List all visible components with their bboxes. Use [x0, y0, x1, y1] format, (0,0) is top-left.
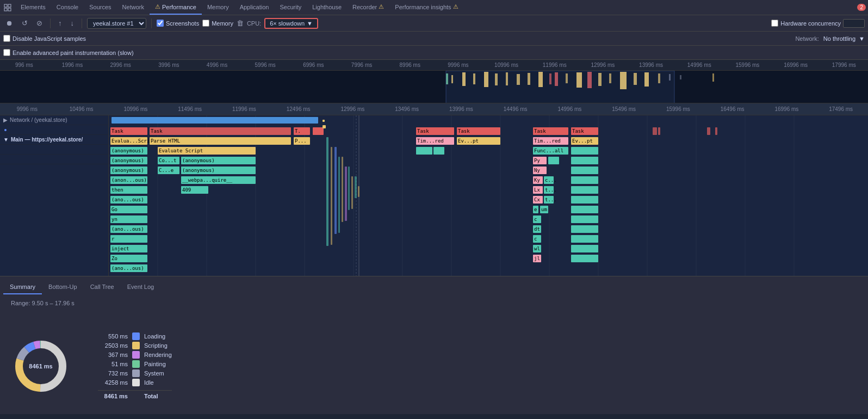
tab-memory[interactable]: Memory [202, 0, 234, 15]
profile-select[interactable]: yeekal.store #1 [87, 18, 146, 29]
flame-chart-area[interactable]: ▶ Network / (yeekal.store) ▼ Main — http… [0, 115, 868, 276]
tab-event-log[interactable]: Event Log [121, 280, 161, 294]
legend-label-loading: Loading [144, 333, 165, 340]
summary-chart-area: 8461 ms 550 ms Loading 2503 ms Scripting… [11, 332, 857, 399]
disable-js-label[interactable]: Disable JavaScript samples [3, 35, 86, 42]
svg-text:dt: dt [534, 226, 540, 232]
svg-text:Py: Py [534, 158, 540, 163]
legend-row-total: 8461 ms Total [98, 390, 172, 399]
toolbar: ⏺ ↺ ⊘ ↑ ↓ yeekal.store #1 Screenshots Me… [0, 15, 868, 32]
screenshots-checkbox[interactable] [157, 20, 164, 27]
ruler2-label-10: 14996 ms [543, 106, 597, 112]
memory-checkbox-label[interactable]: Memory [202, 20, 233, 27]
enable-paint-label[interactable]: Enable advanced paint instrumentation (s… [3, 49, 134, 56]
svg-rect-0 [4, 4, 7, 7]
svg-rect-170 [342, 157, 343, 222]
timeline-ruler2[interactable]: 9996 ms 10496 ms 10996 ms 11496 ms 11996… [0, 103, 868, 115]
tab-call-tree[interactable]: Call Tree [84, 280, 121, 294]
svg-text:then: then [111, 187, 123, 193]
svg-text:(anonymous): (anonymous) [182, 168, 215, 173]
svg-text:Task: Task [572, 128, 584, 134]
ruler2-label-12: 15996 ms [651, 106, 705, 112]
delete-button[interactable]: 🗑 [237, 19, 244, 27]
ruler-label-10: 10996 ms [482, 62, 531, 68]
recorder-warning-icon: ⚠ [379, 3, 384, 10]
ruler-label-17: 17996 ms [820, 62, 868, 68]
svg-text:inject: inject [111, 246, 129, 251]
tab-summary[interactable]: Summary [3, 280, 42, 294]
svg-rect-48 [150, 127, 291, 135]
svg-text:Func...all: Func...all [534, 148, 563, 153]
cpu-dropdown[interactable]: 6× slowdown ▼ [264, 18, 318, 29]
hw-input[interactable]: 12 [843, 19, 865, 28]
upload-button[interactable]: ↑ [55, 17, 65, 29]
svg-rect-115 [571, 176, 598, 184]
svg-rect-153 [571, 235, 598, 243]
track-labels-panel: ▶ Network / (yeekal.store) ▼ Main — http… [0, 115, 109, 276]
svg-text:Ev...pt: Ev...pt [458, 138, 479, 144]
reload-button[interactable]: ↺ [19, 17, 30, 29]
svg-text:(anonymous): (anonymous) [111, 148, 144, 153]
hw-checkbox[interactable] [771, 20, 778, 27]
main-track-text: Main — https://yeekal.store/ [11, 137, 83, 143]
ruler2-label-7: 13496 ms [380, 106, 434, 112]
svg-text:Ny: Ny [534, 168, 540, 173]
tab-bottom-up[interactable]: Bottom-Up [42, 280, 84, 294]
svg-rect-175 [358, 186, 359, 197]
svg-text:Ev...pt: Ev...pt [572, 138, 593, 144]
tab-console[interactable]: Console [51, 0, 84, 15]
record-button[interactable]: ⏺ [3, 17, 16, 29]
hw-checkbox-label[interactable]: Hardware concurrency [771, 20, 841, 27]
svg-text:__webpa...quire__: __webpa...quire__ [182, 177, 233, 183]
ruler-label-1: 1996 ms [48, 62, 97, 68]
screenshots-checkbox-label[interactable]: Screenshots [157, 20, 199, 27]
svg-text:t...: t... [545, 197, 557, 202]
screenshot-strip[interactable] [0, 71, 868, 103]
svg-text:P...: P... [295, 138, 307, 144]
svg-text:Task: Task [458, 128, 470, 134]
clear-button[interactable]: ⊘ [34, 17, 45, 29]
ruler-label-0: 996 ms [0, 62, 48, 68]
legend-row-painting: 51 ms Painting [98, 360, 172, 368]
memory-checkbox[interactable] [202, 20, 209, 27]
summary-content: Range: 9.50 s – 17.96 s [11, 300, 857, 409]
network-track-arrow: ▶ [3, 117, 8, 123]
legend-label-system: System [144, 370, 164, 377]
svg-text:Task: Task [111, 128, 123, 134]
tab-performance[interactable]: ⚠ Performance [150, 0, 202, 15]
timeline-ruler[interactable]: 996 ms 1996 ms 2996 ms 3996 ms 4996 ms 5… [0, 60, 868, 71]
flame-content[interactable]: Task Task T. Task Task Task Task [109, 115, 868, 276]
ruler-label-16: 16996 ms [772, 62, 820, 68]
ruler-label-11: 11996 ms [530, 62, 579, 68]
svg-rect-163 [571, 255, 598, 262]
ruler2-label-3: 11496 ms [163, 106, 217, 112]
bottom-tabs: Summary Bottom-Up Call Tree Event Log [0, 276, 868, 294]
ruler-label-2: 2996 ms [96, 62, 145, 68]
tab-elements[interactable]: Elements [15, 0, 51, 15]
task-label-row-1 [0, 145, 108, 155]
download-button[interactable]: ↓ [68, 17, 77, 29]
tab-network[interactable]: Network [117, 0, 150, 15]
svg-rect-97 [571, 157, 598, 164]
ruler-label-13: 13996 ms [627, 62, 675, 68]
tab-lighthouse[interactable]: Lighthouse [307, 0, 347, 15]
svg-text:409: 409 [182, 187, 191, 193]
ruler-label-7: 7996 ms [338, 62, 386, 68]
tab-sources[interactable]: Sources [84, 0, 116, 15]
tab-performance-insights[interactable]: Performance insights ⚠ [389, 0, 463, 15]
svg-text:Co...t: Co...t [159, 158, 177, 163]
svg-rect-131 [571, 196, 598, 204]
ruler-label-8: 8996 ms [386, 62, 434, 68]
enable-paint-checkbox[interactable] [3, 49, 10, 56]
cpu-dropdown-arrow: ▼ [307, 20, 313, 27]
tab-security[interactable]: Security [274, 0, 307, 15]
performance-warning-icon: ⚠ [155, 3, 160, 10]
svg-rect-177 [323, 125, 326, 128]
svg-text:Task: Task [417, 128, 429, 134]
network-arrow[interactable]: ▼ [859, 35, 865, 42]
svg-rect-173 [351, 176, 353, 209]
disable-js-checkbox[interactable] [3, 35, 10, 42]
tab-recorder[interactable]: Recorder ⚠ [347, 0, 389, 15]
legend-swatch-rendering [132, 351, 140, 359]
tab-application[interactable]: Application [234, 0, 275, 15]
